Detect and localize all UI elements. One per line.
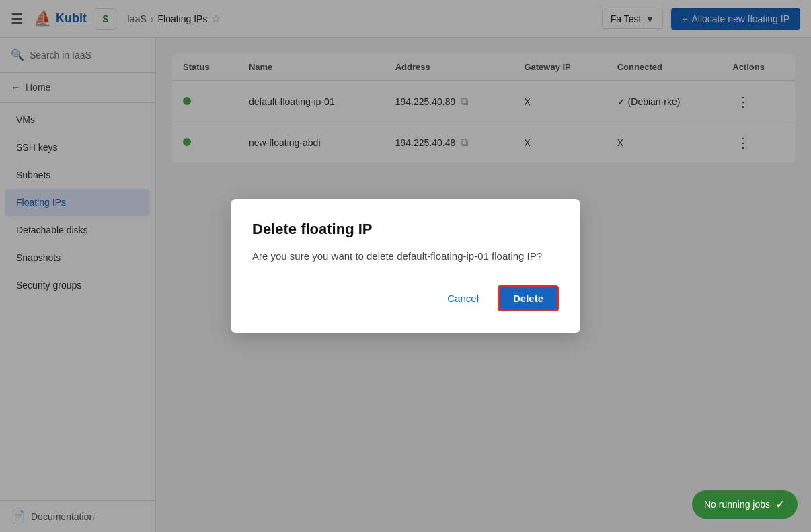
delete-button[interactable]: Delete [498, 285, 559, 311]
modal-body: Are you sure you want to delete default-… [252, 249, 559, 264]
jobs-label: No running jobs [704, 499, 770, 510]
modal-actions: Cancel Delete [252, 285, 559, 311]
cancel-button[interactable]: Cancel [439, 287, 487, 309]
jobs-check-icon: ✓ [775, 497, 785, 512]
no-running-jobs-badge: No running jobs ✓ [692, 490, 798, 519]
delete-floating-ip-modal: Delete floating IP Are you sure you want… [231, 199, 580, 334]
modal-overlay: Delete floating IP Are you sure you want… [0, 0, 811, 532]
modal-title: Delete floating IP [252, 221, 559, 238]
